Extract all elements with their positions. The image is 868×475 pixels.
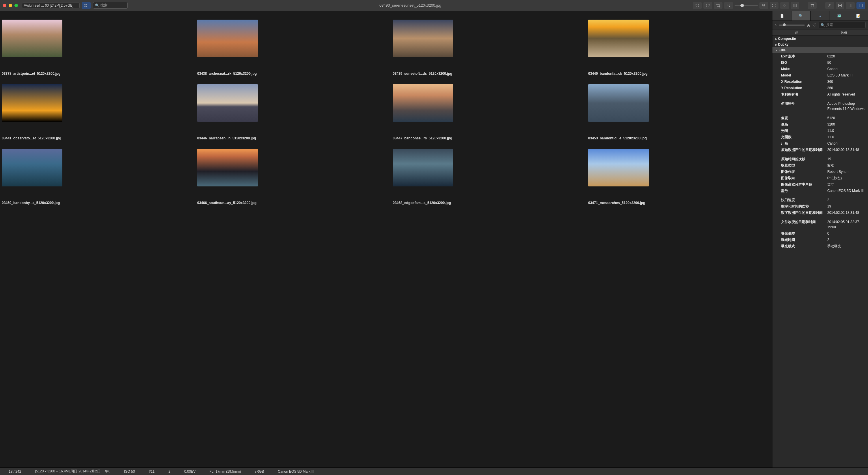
- exif-row[interactable]: ModelEOS 5D Mark III: [772, 72, 868, 78]
- thumbnail-image[interactable]: [588, 84, 649, 122]
- share-button[interactable]: [825, 2, 834, 9]
- exif-row[interactable]: 曝光模式手动曝光: [772, 243, 868, 249]
- exif-row[interactable]: 原始数据产生的日期和时间2014:02:02 18:31:48: [772, 146, 868, 153]
- zoom-in-button[interactable]: [760, 2, 768, 9]
- inspector-tab-metadata[interactable]: 🔍: [792, 11, 810, 21]
- column-key[interactable]: 键: [772, 29, 820, 35]
- exif-row[interactable]: 型号Canon EOS 5D Mark III: [772, 188, 868, 194]
- thumbnail-image[interactable]: [197, 84, 258, 122]
- exif-row[interactable]: X Resolution360: [772, 78, 868, 85]
- exif-row[interactable]: MakeCanon: [772, 66, 868, 72]
- exif-row[interactable]: 光圈11.0: [772, 128, 868, 134]
- sidebar-toggle-button[interactable]: [846, 2, 855, 9]
- slideshow-button[interactable]: [836, 2, 844, 9]
- zoom-window-button[interactable]: [14, 4, 18, 7]
- zoom-out-button[interactable]: [724, 2, 733, 9]
- zoom-slider[interactable]: [735, 5, 758, 6]
- status-dims: [5120 x 3200 = 16.4M] 周日 2014年2月2日 下午6: [35, 469, 110, 474]
- thumbnail-cell[interactable]: 03446_narrabeen...n_5120x3200.jpg: [197, 84, 381, 140]
- thumbnail-cell[interactable]: 03466_southsun...ay_5120x3200.jpg: [197, 149, 381, 205]
- thumbnail-cell[interactable]: 03378_artistpoin...et_5120x3200.jpg: [2, 20, 186, 76]
- inspector-tab-edit[interactable]: 📝: [849, 11, 868, 21]
- exif-key: 曝光偏差: [781, 231, 827, 236]
- exif-row[interactable]: 曝光时间2: [772, 237, 868, 243]
- exif-row[interactable]: 图像取向0° (上/左): [772, 175, 868, 181]
- inspector-tab-file[interactable]: [772, 11, 792, 21]
- crop-button[interactable]: [714, 2, 722, 9]
- thumbnail-image[interactable]: [393, 20, 453, 57]
- compare-icon: [793, 3, 797, 8]
- thumbnail-cell[interactable]: 03468_edgeofam...a_5120x3200.jpg: [393, 149, 577, 205]
- grid-view-button[interactable]: [780, 2, 789, 9]
- inspector-toggle-button[interactable]: [857, 2, 865, 9]
- exif-row[interactable]: 图像作者Robert Bynum: [772, 169, 868, 175]
- thumbnail-image[interactable]: [393, 84, 453, 122]
- exif-row[interactable]: 使用软件Adobe Photoshop Elements 11.0 Window…: [772, 100, 868, 112]
- close-window-button[interactable]: [3, 4, 6, 7]
- thumbnail-image[interactable]: [197, 20, 258, 57]
- exif-key: 数字数据产生的日期和时间: [781, 210, 827, 215]
- exif-value: 5120: [827, 115, 868, 121]
- exif-row[interactable]: Y Resolution360: [772, 85, 868, 91]
- exif-row[interactable]: 图像高宽分辨率单位英寸: [772, 181, 868, 188]
- exif-row[interactable]: 数字数据产生的日期和时间2014:02:02 18:31:48: [772, 209, 868, 216]
- inspector-rows[interactable]: Composite Ducky EXIF Exif 版本0220ISO50Mak…: [772, 36, 868, 468]
- font-size-knob[interactable]: [783, 23, 786, 26]
- column-value[interactable]: 数值: [820, 29, 868, 35]
- thumbnail-cell[interactable]: 03438_archesnat...rk_5120x3200.jpg: [197, 20, 381, 76]
- thumbnail-image[interactable]: [393, 149, 453, 186]
- exif-row[interactable]: 像高3200: [772, 121, 868, 128]
- font-size-slider[interactable]: [779, 25, 805, 26]
- minimize-window-button[interactable]: [9, 4, 12, 7]
- exif-row[interactable]: 像宽5120: [772, 115, 868, 121]
- thumbnail-image[interactable]: [197, 149, 258, 186]
- thumbnail-image[interactable]: [588, 20, 649, 57]
- exif-row[interactable]: 文件改变的日期和时间2014:02:05 01:32:37-19:00: [772, 219, 868, 230]
- thumbnail-cell[interactable]: 03453_bandontid...e_5120x3200.jpg: [588, 84, 772, 140]
- rotate-ccw-button[interactable]: [693, 2, 702, 9]
- thumbnail-image[interactable]: [2, 84, 62, 122]
- section-composite[interactable]: Composite: [772, 36, 868, 41]
- map-icon: 🗺️: [837, 14, 841, 18]
- exif-row[interactable]: 曝光偏差0: [772, 230, 868, 237]
- inspector-search[interactable]: 🔍 搜索: [818, 22, 866, 28]
- toolbar-search[interactable]: 🔍 搜索: [93, 2, 128, 9]
- exif-key: Exif 版本: [781, 54, 827, 59]
- trash-button[interactable]: [808, 2, 816, 9]
- exif-row[interactable]: 取景类型标准: [772, 162, 868, 169]
- favorite-toggle[interactable]: ♡: [812, 22, 816, 28]
- thumbnail-cell[interactable]: 03447_bandonse...rs_5120x3200.jpg: [393, 84, 577, 140]
- path-display[interactable]: /Volumes/f ... 00 [242P][2.57GB]: [22, 3, 80, 8]
- thumbnail-image[interactable]: [2, 149, 62, 186]
- thumbnail-cell[interactable]: 03459_bandonby...a_5120x3200.jpg: [2, 149, 186, 205]
- thumbnail-cell[interactable]: 03439_sunsetoft...ds_5120x3200.jpg: [393, 20, 577, 76]
- zoom-slider-knob[interactable]: [740, 4, 744, 7]
- thumbnail-cell[interactable]: 03441_observato...et_5120x3200.jpg: [2, 84, 186, 140]
- inspector-tab-filter[interactable]: ⟁: [810, 11, 830, 21]
- exif-row[interactable]: 厂商Canon: [772, 140, 868, 146]
- section-exif[interactable]: EXIF: [772, 47, 868, 53]
- exif-row[interactable]: ISO50: [772, 60, 868, 66]
- status-cs: sRGB: [255, 470, 264, 474]
- thumbnail-cell[interactable]: 03471_mesaarches_5120x3200.jpg: [588, 149, 772, 205]
- fit-button[interactable]: [770, 2, 778, 9]
- thumbnail-image[interactable]: [588, 149, 649, 186]
- exif-row[interactable]: 数字化时间的次秒19: [772, 203, 868, 209]
- exif-row[interactable]: 原始时间的次秒19: [772, 156, 868, 162]
- pencil-icon: 📝: [856, 14, 861, 18]
- thumbnail-grid-area[interactable]: 03378_artistpoin...et_5120x3200.jpg03438…: [0, 11, 772, 468]
- exif-row[interactable]: Exif 版本0220: [772, 53, 868, 60]
- exif-key: 图像高宽分辨率单位: [781, 182, 827, 187]
- thumbnail-cell[interactable]: 03440_bandonfa...ck_5120x3200.jpg: [588, 20, 772, 76]
- exif-row[interactable]: 光圈数11.0: [772, 134, 868, 140]
- compare-button[interactable]: [790, 2, 799, 9]
- exif-row[interactable]: 快门速度2: [772, 197, 868, 203]
- rotate-cw-button[interactable]: [704, 2, 712, 9]
- inspector-tab-map[interactable]: 🗺️: [830, 11, 849, 21]
- section-ducky[interactable]: Ducky: [772, 41, 868, 47]
- thumbnail-image[interactable]: [2, 20, 62, 57]
- exif-key: 光圈数: [781, 134, 827, 140]
- folder-tree-button[interactable]: [82, 2, 91, 9]
- exif-value: 英寸: [827, 182, 868, 187]
- exif-row[interactable]: 专利拥有者All rights reserved: [772, 91, 868, 98]
